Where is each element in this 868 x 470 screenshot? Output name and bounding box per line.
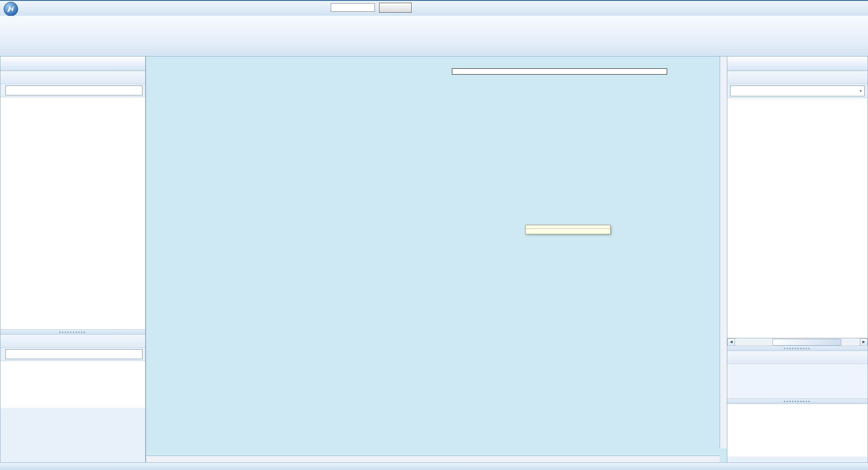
pages-bookmarks-panel <box>0 56 146 463</box>
properties-grid <box>727 404 868 456</box>
right-panel-header <box>727 57 868 71</box>
tooltip-total <box>526 229 610 233</box>
app-logo-icon[interactable] <box>4 2 18 16</box>
status-bar <box>0 462 868 470</box>
takeoff-legend <box>452 68 667 75</box>
search-input[interactable] <box>331 3 375 12</box>
parts-toolbar <box>727 351 868 364</box>
right-panel-toolbar <box>727 71 868 84</box>
vertical-scrollbar[interactable] <box>720 57 727 448</box>
pages-search-input[interactable] <box>5 85 142 95</box>
app-window: ▾ ◀▶ <box>0 0 868 470</box>
panel-splitter[interactable] <box>727 399 868 404</box>
parts-list <box>727 364 868 399</box>
floor-plan-drawing[interactable] <box>146 57 720 448</box>
undo-button[interactable] <box>379 3 412 13</box>
views-search-input[interactable] <box>5 349 142 359</box>
left-panel-toolbar <box>0 71 145 84</box>
templates-parts-panel: ▾ ◀▶ <box>727 56 868 463</box>
left-panel-header <box>0 57 145 71</box>
drawing-canvas[interactable] <box>146 56 728 464</box>
section-tooltip <box>525 225 611 234</box>
views-list <box>0 361 145 408</box>
pages-tree <box>0 97 145 329</box>
views-toolbar <box>0 335 145 348</box>
panel-splitter[interactable] <box>727 346 868 351</box>
left-search-row <box>0 84 145 97</box>
panel-splitter[interactable] <box>0 329 145 335</box>
templates-hscroll[interactable]: ◀▶ <box>727 338 868 346</box>
chevron-down-icon: ▾ <box>859 89 862 93</box>
title-bar <box>0 1 868 16</box>
parts-assemblies-dropdown[interactable]: ▾ <box>730 85 865 96</box>
ribbon <box>0 16 868 57</box>
templates-tree <box>727 98 868 338</box>
views-search-row <box>0 348 145 361</box>
